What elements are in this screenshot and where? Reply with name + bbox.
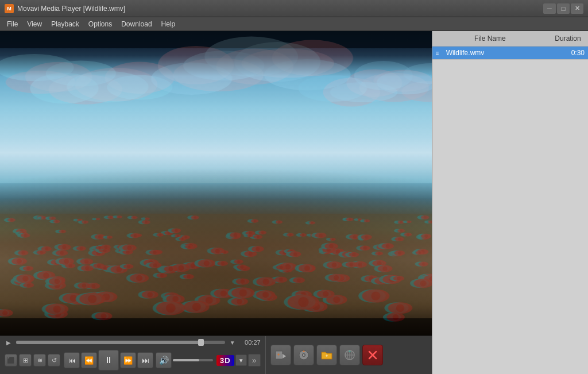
seek-thumb[interactable]	[198, 339, 204, 346]
snapshot-button[interactable]: ⬛	[5, 354, 17, 367]
3d-badge: 3D	[216, 355, 234, 366]
playlist-toggle-button[interactable]: ▶	[5, 338, 13, 346]
seek-bar[interactable]	[16, 341, 225, 344]
duration-column-header: Duration	[548, 31, 588, 46]
seek-dropdown-button[interactable]: ▼	[229, 338, 237, 346]
playlist-header: File Name Duration	[432, 31, 588, 47]
svg-marker-1	[283, 354, 286, 358]
playlist-item[interactable]: ≡Wildlife.wmv0:30	[432, 47, 588, 60]
remove-button[interactable]	[362, 345, 383, 365]
open-folder-button[interactable]: +	[316, 345, 337, 365]
video-area[interactable]	[0, 31, 432, 336]
playback-controls: ⬛ ⊞ ≋ ↺ ⏮ ⏪ ⏸ ⏩ ⏭ 🔊	[0, 348, 265, 374]
title-bar: M Movavi Media Player [Wildlife.wmv] ─ □…	[0, 0, 588, 17]
title-text: Movavi Media Player [Wildlife.wmv]	[17, 5, 125, 13]
menu-item-view[interactable]: View	[22, 19, 47, 29]
menu-item-help[interactable]: Help	[157, 19, 180, 29]
minimize-button[interactable]: ─	[543, 3, 556, 14]
playlist-item-icon: ≡	[436, 50, 444, 56]
rotate-button[interactable]: ↺	[48, 354, 60, 367]
playlist-item-duration: 0:30	[556, 49, 585, 57]
menu-item-file[interactable]: File	[2, 19, 22, 29]
utility-controls: ⬛ ⊞ ≋ ↺	[5, 354, 60, 367]
add-disc-button[interactable]: +	[293, 345, 314, 365]
svg-text:+: +	[349, 349, 351, 353]
menu-item-playback[interactable]: Playback	[47, 19, 84, 29]
skip-back-button[interactable]: ⏮	[64, 352, 80, 368]
svg-text:+: +	[277, 352, 280, 357]
playlist-action-bar: + + +	[265, 336, 432, 374]
aspect-ratio-button[interactable]: ⊞	[19, 354, 32, 367]
volume-slider[interactable]	[173, 359, 213, 361]
pause-button[interactable]: ⏸	[98, 350, 119, 371]
maximize-button[interactable]: □	[557, 3, 570, 14]
menu-item-download[interactable]: Download	[117, 19, 156, 29]
volume-fill	[173, 359, 199, 361]
playlist-items: ≡Wildlife.wmv0:30	[432, 47, 588, 374]
3d-format-dropdown[interactable]: ▼	[235, 354, 247, 366]
add-disc-icon: +	[297, 349, 310, 361]
video-panel: ▶ ▼ 00:27 ⬛ ⊞ ≋ ↺	[0, 31, 432, 374]
add-clip-icon: +	[274, 349, 287, 361]
skip-forward-button[interactable]: ⏭	[137, 352, 153, 368]
app-icon: M	[5, 4, 14, 13]
anaglyph-canvas	[0, 31, 432, 336]
seek-progress	[16, 341, 204, 344]
svg-point-5	[303, 354, 304, 356]
title-bar-left: M Movavi Media Player [Wildlife.wmv]	[5, 4, 125, 13]
svg-text:+: +	[325, 353, 328, 358]
svg-text:+: +	[303, 349, 305, 353]
add-url-button[interactable]: +	[339, 345, 360, 365]
add-clip-button[interactable]: +	[270, 345, 291, 365]
video-controls: ▶ ▼ 00:27 ⬛ ⊞ ≋ ↺	[0, 336, 265, 374]
forward-button[interactable]: ⏩	[120, 352, 136, 368]
expand-button[interactable]: »	[248, 354, 261, 367]
bottom-controls-bar: ▶ ▼ 00:27 ⬛ ⊞ ≋ ↺	[0, 336, 432, 374]
close-button[interactable]: ✕	[571, 3, 583, 14]
playlist-item-name: Wildlife.wmv	[446, 49, 556, 57]
add-url-icon: +	[343, 349, 356, 361]
playlist-panel: File Name Duration ≡Wildlife.wmv0:30	[432, 31, 588, 374]
rewind-button[interactable]: ⏪	[81, 352, 97, 368]
open-folder-icon: +	[320, 349, 333, 361]
filename-column-header: File Name	[432, 31, 548, 46]
menu-item-options[interactable]: Options	[84, 19, 117, 29]
seek-bar-container: ▶ ▼ 00:27	[0, 336, 265, 348]
volume-slider-container	[173, 359, 213, 361]
menu-bar: FileViewPlaybackOptionsDownloadHelp	[0, 17, 588, 31]
time-display: 00:27	[240, 339, 261, 346]
remove-icon	[366, 349, 379, 361]
main-content: ▶ ▼ 00:27 ⬛ ⊞ ≋ ↺	[0, 31, 588, 374]
deinterlace-button[interactable]: ≋	[33, 354, 46, 367]
volume-button[interactable]: 🔊	[156, 352, 172, 368]
window-controls: ─ □ ✕	[543, 3, 583, 14]
